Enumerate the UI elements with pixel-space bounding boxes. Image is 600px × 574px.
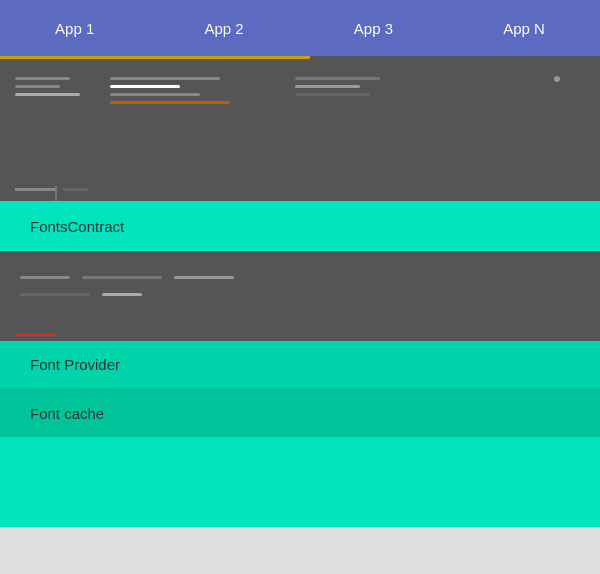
main-container: App 1 App 2 App 3 App N — [0, 0, 600, 574]
app-bar: App 1 App 2 App 3 App N — [0, 0, 600, 56]
dark-section-2 — [0, 251, 600, 341]
fonts-contract-section: FontsContract — [0, 201, 600, 251]
dark2-lines-row1 — [20, 271, 580, 284]
connector-line-1 — [15, 188, 55, 191]
app3-line2 — [295, 85, 360, 88]
app2-line2 — [110, 93, 200, 96]
app3-line3 — [295, 93, 370, 96]
bottom-connector-area — [15, 188, 88, 191]
appN-dot — [554, 76, 560, 82]
app3-line1 — [295, 77, 380, 80]
font-cache-label: Font cache — [30, 405, 104, 422]
d2-line4 — [20, 293, 90, 296]
app1-line2 — [15, 85, 60, 88]
app3-content — [295, 72, 380, 101]
app2-content — [110, 72, 230, 109]
font-cache-section: Font cache — [0, 389, 600, 437]
vertical-connector — [55, 186, 57, 201]
d2-line5 — [102, 293, 142, 296]
dark2-lines-row2 — [20, 288, 580, 301]
bottom-teal-section — [0, 437, 600, 527]
d2-line3 — [174, 276, 234, 279]
fonts-contract-label: FontsContract — [30, 218, 124, 235]
app-tab-3: App 3 — [338, 12, 409, 45]
dark-section-1 — [0, 56, 600, 201]
app-tab-2: App 2 — [188, 12, 259, 45]
app1-content — [15, 72, 80, 101]
app2-line1 — [110, 77, 220, 80]
yellow-line — [0, 56, 310, 59]
app-tab-1: App 1 — [39, 12, 110, 45]
d2-line2 — [82, 276, 162, 279]
app1-line1 — [15, 77, 70, 80]
app-tab-n: App N — [487, 12, 561, 45]
font-provider-label: Font Provider — [30, 356, 120, 373]
red-connector — [15, 333, 55, 336]
app2-orange-line — [110, 101, 230, 104]
bottom-lines — [15, 188, 88, 191]
connector-line-2 — [63, 188, 88, 191]
d2-line1 — [20, 276, 70, 279]
font-provider-section: Font Provider — [0, 341, 600, 389]
app2-white-line — [110, 85, 180, 88]
app1-line3 — [15, 93, 80, 96]
appN-content — [554, 76, 560, 82]
